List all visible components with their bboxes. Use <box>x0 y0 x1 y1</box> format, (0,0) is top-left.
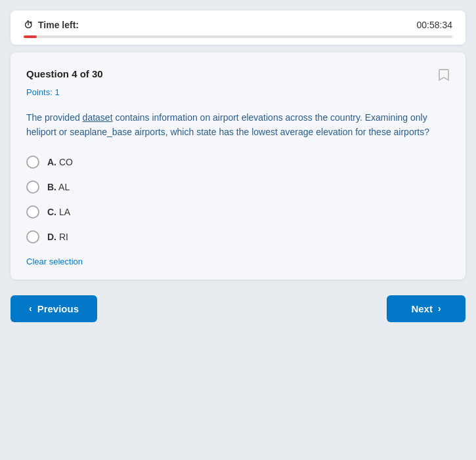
timer-value: 00:58:34 <box>417 20 453 30</box>
timer-label: ⏱ Time left: <box>24 20 79 30</box>
radio-b[interactable] <box>26 180 39 194</box>
option-b[interactable]: B. AL <box>26 180 450 194</box>
option-a[interactable]: A. CO <box>26 156 450 169</box>
radio-c[interactable] <box>26 205 39 219</box>
radio-d[interactable] <box>26 230 39 243</box>
progress-bar-fill <box>24 35 37 38</box>
radio-a[interactable] <box>26 156 39 169</box>
question-text: The provided dataset contains informatio… <box>26 110 450 140</box>
question-title: Question 4 of 30 <box>26 68 103 79</box>
next-chevron-icon: › <box>438 303 441 314</box>
progress-bar-bg <box>24 35 452 38</box>
bookmark-icon[interactable] <box>438 68 450 85</box>
option-d[interactable]: D. RI <box>26 230 450 243</box>
option-a-label: A. CO <box>47 157 73 167</box>
prev-chevron-icon: ‹ <box>29 303 32 314</box>
option-b-label: B. AL <box>47 182 70 192</box>
next-label: Next <box>411 303 433 314</box>
option-d-label: D. RI <box>47 232 68 242</box>
timer-card: ⏱ Time left: 00:58:34 <box>11 10 465 45</box>
clock-icon: ⏱ <box>24 20 34 30</box>
option-c[interactable]: C. LA <box>26 205 450 219</box>
options-list: A. CO B. AL C. LA D. RI <box>26 156 450 243</box>
points-label: Points: 1 <box>26 87 450 97</box>
option-c-label: C. LA <box>47 207 70 217</box>
previous-label: Previous <box>37 303 79 314</box>
navigation-row: ‹ Previous Next › <box>11 295 465 322</box>
timer-label-text: Time left: <box>38 20 79 30</box>
question-text-before: The provided <box>26 112 83 123</box>
question-card: Question 4 of 30 Points: 1 The provided … <box>11 52 465 280</box>
next-button[interactable]: Next › <box>387 295 465 322</box>
dataset-link[interactable]: dataset <box>83 112 113 123</box>
previous-button[interactable]: ‹ Previous <box>11 295 97 322</box>
clear-selection-button[interactable]: Clear selection <box>26 257 83 266</box>
